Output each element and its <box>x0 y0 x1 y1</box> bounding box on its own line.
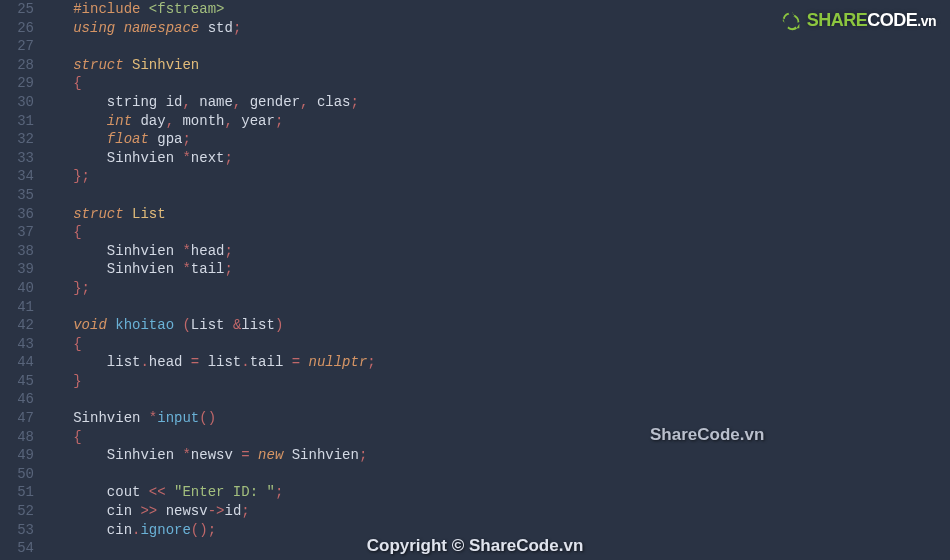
token-ident: Sinhvien <box>73 261 182 277</box>
token-punct: -> <box>208 503 225 519</box>
token-ident: string id <box>73 94 182 110</box>
token-keyword: struct <box>73 206 123 222</box>
token-punct: () <box>199 410 216 426</box>
token-ident: Sinhvien <box>73 150 182 166</box>
token-ident <box>166 484 174 500</box>
line-number: 40 <box>0 279 34 298</box>
line-number: 28 <box>0 56 34 75</box>
token-ident: std <box>199 20 233 36</box>
token-punct: ; <box>359 447 367 463</box>
code-area[interactable]: #include <fstream> using namespace std; … <box>48 0 950 560</box>
token-ident <box>107 317 115 333</box>
code-line[interactable]: Sinhvien *input() <box>48 409 950 428</box>
token-punct: ; <box>241 503 249 519</box>
line-number: 25 <box>0 0 34 19</box>
line-number: 38 <box>0 242 34 261</box>
token-type: int <box>107 113 132 129</box>
code-line[interactable] <box>48 298 950 317</box>
token-punct: ; <box>224 150 232 166</box>
line-number: 36 <box>0 205 34 224</box>
line-number: 35 <box>0 186 34 205</box>
line-number-gutter: 2526272829303132333435363738394041424344… <box>0 0 48 560</box>
watermark-sharecode: ShareCode.vn <box>650 426 764 445</box>
code-line[interactable]: }; <box>48 167 950 186</box>
token-string: "Enter ID: " <box>174 484 275 500</box>
token-punct: }; <box>73 168 90 184</box>
token-punct: , <box>233 94 241 110</box>
line-number: 46 <box>0 390 34 409</box>
sharecode-logo: SHARECODE.vn <box>781 10 936 32</box>
token-ident: clas <box>308 94 350 110</box>
recycle-icon <box>781 10 803 32</box>
code-line[interactable]: Sinhvien *newsv = new Sinhvien; <box>48 446 950 465</box>
line-number: 31 <box>0 112 34 131</box>
token-punct: { <box>73 429 81 445</box>
code-line[interactable]: void khoitao (List &list) <box>48 316 950 335</box>
token-ident: newsv <box>191 447 241 463</box>
code-line[interactable]: Sinhvien *tail; <box>48 260 950 279</box>
code-line[interactable]: float gpa; <box>48 130 950 149</box>
code-editor[interactable]: 2526272829303132333435363738394041424344… <box>0 0 950 560</box>
token-punct: ( <box>182 317 190 333</box>
token-punct: , <box>224 113 232 129</box>
token-func: khoitao <box>115 317 174 333</box>
code-line[interactable]: struct List <box>48 205 950 224</box>
code-line[interactable] <box>48 390 950 409</box>
code-line[interactable] <box>48 37 950 56</box>
token-punct: , <box>166 113 174 129</box>
code-line[interactable]: string id, name, gender, clas; <box>48 93 950 112</box>
token-punct: ; <box>224 261 232 277</box>
code-line[interactable]: Sinhvien *head; <box>48 242 950 261</box>
code-line[interactable]: list.head = list.tail = nullptr; <box>48 353 950 372</box>
line-number: 52 <box>0 502 34 521</box>
logo-text-vn: .vn <box>917 13 936 29</box>
token-ident: tail <box>250 354 292 370</box>
token-ident: gender <box>241 94 300 110</box>
code-line[interactable]: { <box>48 335 950 354</box>
token-punct: = <box>191 354 199 370</box>
code-line[interactable]: cin >> newsv->id; <box>48 502 950 521</box>
line-number: 39 <box>0 260 34 279</box>
token-ident <box>73 113 107 129</box>
token-punct: * <box>182 447 190 463</box>
line-number: 54 <box>0 539 34 558</box>
token-ident: list <box>241 317 275 333</box>
line-number: 29 <box>0 74 34 93</box>
token-ident <box>115 20 123 36</box>
token-null: nullptr <box>309 354 368 370</box>
token-punct: ; <box>367 354 375 370</box>
line-number: 33 <box>0 149 34 168</box>
code-line[interactable]: int day, month, year; <box>48 112 950 131</box>
code-line[interactable]: { <box>48 74 950 93</box>
token-ident: year <box>233 113 275 129</box>
token-ident: name <box>191 94 233 110</box>
token-punct: = <box>292 354 300 370</box>
token-ident <box>124 206 132 222</box>
token-punct: * <box>149 410 157 426</box>
token-ident: cout <box>73 484 149 500</box>
token-ident: next <box>191 150 225 166</box>
line-number: 41 <box>0 298 34 317</box>
code-line[interactable] <box>48 465 950 484</box>
token-macro: #include <box>73 1 140 17</box>
token-func: input <box>157 410 199 426</box>
code-line[interactable]: { <box>48 223 950 242</box>
token-punct: . <box>241 354 249 370</box>
code-line[interactable]: cout << "Enter ID: "; <box>48 483 950 502</box>
token-punct: ) <box>275 317 283 333</box>
token-func: ignore <box>140 522 190 538</box>
code-line[interactable] <box>48 186 950 205</box>
token-punct: ; <box>233 20 241 36</box>
code-line[interactable]: struct Sinhvien <box>48 56 950 75</box>
token-punct: ; <box>351 94 359 110</box>
code-line[interactable]: Sinhvien *next; <box>48 149 950 168</box>
token-type: void <box>73 317 107 333</box>
code-line[interactable]: { <box>48 428 950 447</box>
code-line[interactable]: }; <box>48 279 950 298</box>
logo-text-code: CODE <box>867 10 917 30</box>
code-line[interactable]: } <box>48 372 950 391</box>
watermark-copyright: Copyright © ShareCode.vn <box>367 537 584 556</box>
token-ident: Sinhvien <box>73 410 149 426</box>
token-ident: month <box>174 113 224 129</box>
token-punct: * <box>182 261 190 277</box>
